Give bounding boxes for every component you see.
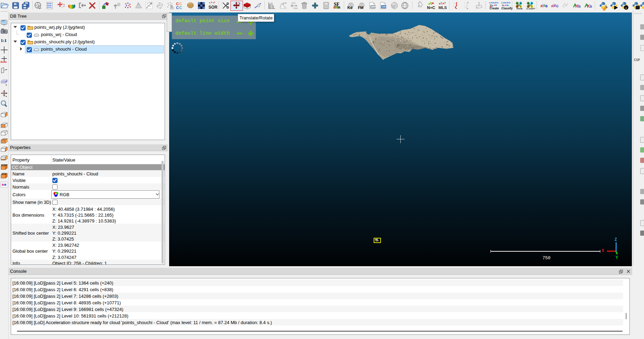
svg-text:Create: Create <box>490 7 499 10</box>
svg-text:Kd: Kd <box>347 6 353 10</box>
svg-text:3D: 3D <box>517 4 520 6</box>
svg-text:U: U <box>556 5 559 8</box>
svg-text:b: b <box>578 5 581 8</box>
svg-text:CANUPO: CANUPO <box>501 1 511 4</box>
svg-text:S: S <box>554 4 556 7</box>
svg-text:SF: SF <box>334 2 339 7</box>
svg-text:C: C <box>520 5 522 8</box>
svg-text:H: H <box>551 5 554 8</box>
svg-text:C: C <box>176 6 179 10</box>
svg-text:B: B <box>546 5 548 8</box>
svg-text:3D: 3D <box>529 4 531 6</box>
svg-text:N+C: N+C <box>427 6 435 10</box>
svg-text:R: R <box>541 5 543 8</box>
svg-text:C: C <box>179 6 182 10</box>
svg-text:b: b <box>590 5 592 8</box>
svg-text:ACK: ACK <box>1 173 6 175</box>
svg-text:C: C <box>179 2 182 6</box>
svg-text:C: C <box>531 5 533 8</box>
svg-text:Classify: Classify <box>502 7 513 10</box>
svg-text:MLS: MLS <box>438 6 447 10</box>
svg-text:H: H <box>575 4 578 9</box>
svg-text:A: A <box>520 2 522 5</box>
svg-text:1:1: 1:1 <box>1 38 7 43</box>
svg-text:FM: FM <box>358 6 364 10</box>
svg-text:CLASSIFY: CLASSIFY <box>526 8 536 10</box>
svg-text:G: G <box>543 4 546 7</box>
svg-text:A: A <box>531 2 533 5</box>
svg-text:CANUPO: CANUPO <box>489 1 498 4</box>
svg-text:C: C <box>176 2 179 6</box>
svg-text:TRAIN: TRAIN <box>516 8 523 10</box>
svg-text:max: max <box>293 7 298 9</box>
svg-text:CSV: CSV <box>382 6 386 8</box>
svg-text:RONT: RONT <box>1 164 7 166</box>
svg-text:Auto: Auto <box>0 60 7 63</box>
svg-text:min: min <box>291 2 295 4</box>
svg-text:μ,σ: μ,σ <box>283 2 287 5</box>
svg-text:SOR: SOR <box>209 5 218 10</box>
svg-text:SHP: SHP <box>371 6 376 8</box>
